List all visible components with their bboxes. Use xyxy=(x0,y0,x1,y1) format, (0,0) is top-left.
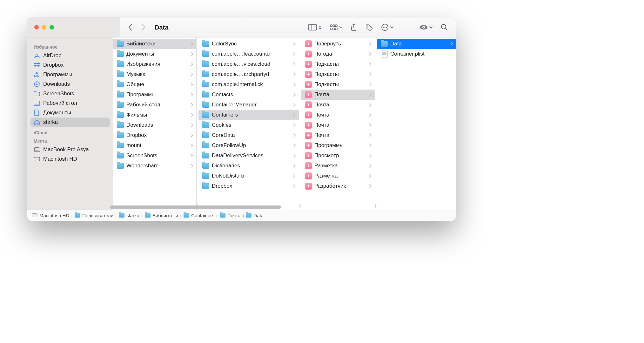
path-segment[interactable]: Пользователи xyxy=(75,213,113,218)
column-item[interactable]: ✦Почта xyxy=(301,110,375,120)
item-label: Музыка xyxy=(126,71,188,77)
group-by-button[interactable] xyxy=(330,24,342,30)
column-item[interactable]: Общие xyxy=(113,79,196,90)
window-title: Data xyxy=(155,24,168,31)
folder-icon xyxy=(220,213,225,218)
item-label: Подкасты xyxy=(314,71,366,77)
column-item[interactable]: ✦Подкасты xyxy=(301,59,375,69)
column-item[interactable]: ✦Программы xyxy=(301,140,375,151)
close-button[interactable] xyxy=(34,25,39,30)
chevron-down-icon xyxy=(390,26,393,29)
item-label: Contacts xyxy=(212,91,291,98)
column-item[interactable]: ContainerManager xyxy=(198,100,299,110)
tags-button[interactable] xyxy=(365,24,373,31)
column-item[interactable]: Data xyxy=(377,39,456,49)
column-item[interactable]: Contacts xyxy=(198,90,299,100)
share-button[interactable] xyxy=(351,24,357,31)
column-item[interactable]: ✦Почта xyxy=(301,120,375,130)
chevron-down-icon xyxy=(339,26,342,29)
column-item[interactable]: ✦Почта xyxy=(301,130,375,140)
sidebar-item[interactable]: Dropbox xyxy=(30,60,110,70)
column-item[interactable]: Библиотеки xyxy=(113,39,196,49)
column-item[interactable]: Музыка xyxy=(113,69,196,79)
back-button[interactable] xyxy=(125,23,136,32)
sidebar-item[interactable]: ScreenShots xyxy=(30,89,110,98)
action-menu-button[interactable] xyxy=(381,24,393,31)
column-item[interactable]: Container.plist xyxy=(377,49,456,59)
column-item[interactable]: Downloads xyxy=(113,120,196,130)
finder-column[interactable]: ColorSynccom.apple.…leaccountdcom.apple.… xyxy=(198,37,299,210)
column-item[interactable]: Рабочий стол xyxy=(113,100,196,110)
column-item[interactable]: Документы xyxy=(113,49,196,59)
column-item[interactable]: ✦Разметка xyxy=(301,171,375,181)
svg-point-13 xyxy=(386,27,387,28)
column-item[interactable]: Wondershare xyxy=(113,161,196,171)
item-label: Документы xyxy=(126,51,188,57)
column-item[interactable]: ColorSync xyxy=(198,39,299,49)
chevron-right-icon xyxy=(369,52,372,56)
column-item[interactable]: ✦Разметка xyxy=(301,161,375,171)
column-item[interactable]: ✦Повернуть xyxy=(301,39,375,49)
sidebar-item[interactable]: AirDrop xyxy=(30,51,110,60)
column-item[interactable]: CoreFollowUp xyxy=(198,140,299,151)
column-item[interactable]: ✦Подкасты xyxy=(301,79,375,90)
column-item[interactable]: ✦Почта xyxy=(301,90,375,100)
column-item[interactable]: Cookies xyxy=(198,120,299,130)
window-controls xyxy=(27,17,120,37)
column-item[interactable]: com.apple.…vices.cloud xyxy=(198,59,299,69)
column-item[interactable]: DataDeliveryServices xyxy=(198,151,299,161)
column-item[interactable]: ✦Почта xyxy=(301,100,375,110)
chevron-down-icon xyxy=(429,26,433,29)
column-item[interactable]: Dictionaries xyxy=(198,161,299,171)
item-label: com.apple.…archpartyd xyxy=(212,71,291,77)
column-item[interactable]: ✦Разработчик xyxy=(301,181,375,191)
column-item[interactable]: Программы xyxy=(113,90,196,100)
column-item[interactable]: ScreenShots xyxy=(113,151,196,161)
column-item[interactable]: mount xyxy=(113,140,196,151)
folder-icon xyxy=(145,213,151,218)
chevron-right-icon xyxy=(293,72,296,76)
sidebar-item[interactable]: Macintosh HD xyxy=(30,154,110,164)
column-item[interactable]: com.apple.…archpartyd xyxy=(198,69,299,79)
column-item[interactable]: Изображения xyxy=(113,59,196,69)
horizontal-scrollbar[interactable] xyxy=(110,205,453,209)
search-button[interactable] xyxy=(441,24,448,31)
path-segment[interactable]: Data xyxy=(246,213,264,218)
sidebar-item[interactable]: Документы xyxy=(30,108,110,118)
column-item[interactable]: ✦Подкасты xyxy=(301,69,375,79)
svg-rect-22 xyxy=(34,104,40,105)
sidebar-item[interactable]: Рабочий стол xyxy=(30,98,110,108)
folder-icon xyxy=(202,132,209,138)
path-segment[interactable]: Macintosh HD xyxy=(32,213,69,218)
privacy-button[interactable] xyxy=(419,24,433,30)
column-item[interactable]: DoNotDisturb xyxy=(198,171,299,181)
forward-button[interactable] xyxy=(138,23,149,32)
folder-icon xyxy=(246,213,252,218)
sidebar-item[interactable]: MacBook Pro Asya xyxy=(30,145,110,154)
sidebar-item[interactable]: Программы xyxy=(30,70,110,79)
item-label: com.apple.…leaccountd xyxy=(212,51,291,57)
column-item[interactable]: CoreData xyxy=(198,130,299,140)
path-segment[interactable]: Библиотеки xyxy=(145,213,178,218)
sidebar-item[interactable]: starka xyxy=(30,118,110,127)
column-item[interactable]: Фильмы xyxy=(113,110,196,120)
folder-icon xyxy=(117,112,124,118)
column-item[interactable]: com.apple.internal.ck xyxy=(198,79,299,90)
column-item[interactable]: Dropbox xyxy=(113,130,196,140)
chevron-right-icon xyxy=(191,113,193,117)
finder-column[interactable]: ✦Повернуть✦Погода✦Подкасты✦Подкасты✦Подк… xyxy=(301,37,375,210)
finder-column[interactable]: БиблиотекиДокументыИзображенияМузыкаОбщи… xyxy=(113,37,197,210)
column-item[interactable]: Dropbox xyxy=(198,181,299,191)
column-item[interactable]: ✦Просмотр xyxy=(301,151,375,161)
sidebar-item[interactable]: Downloads xyxy=(30,79,110,89)
column-item[interactable]: com.apple.…leaccountd xyxy=(198,49,299,59)
column-item[interactable]: Containers xyxy=(198,110,299,120)
fullscreen-button[interactable] xyxy=(50,25,54,30)
view-columns-button[interactable] xyxy=(308,24,322,30)
path-segment[interactable]: starka xyxy=(119,213,139,218)
finder-column[interactable]: DataContainer.plist xyxy=(377,37,456,210)
minimize-button[interactable] xyxy=(42,25,46,30)
path-segment[interactable]: Почта xyxy=(220,213,241,218)
path-segment[interactable]: Containers xyxy=(184,213,214,218)
column-item[interactable]: ✦Погода xyxy=(301,49,375,59)
